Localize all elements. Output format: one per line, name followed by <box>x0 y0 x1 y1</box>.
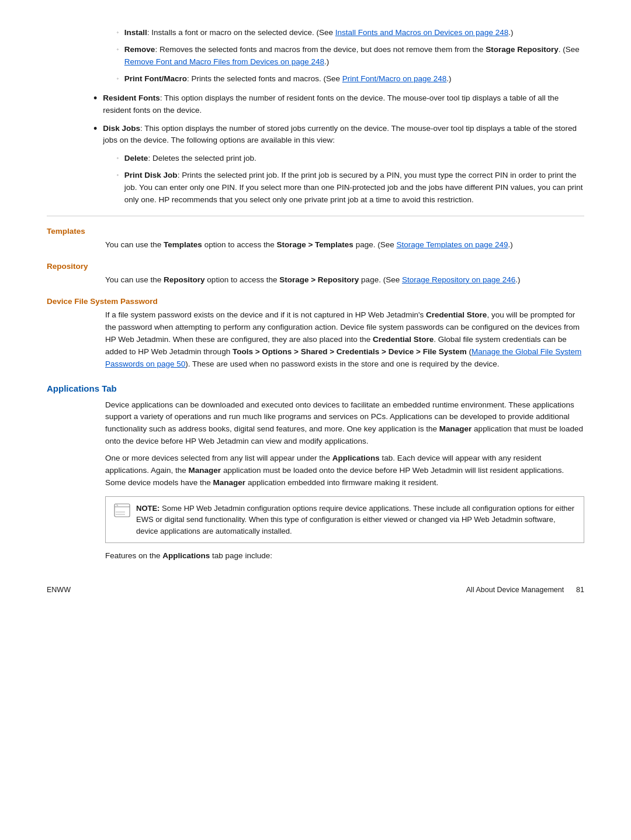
print-disk-job-text: Print Disk Job: Prints the selected prin… <box>124 170 584 206</box>
page-footer: ENWW All About Device Management 81 <box>47 586 584 594</box>
resident-fonts-text: Resident Fonts: This option displays the… <box>103 92 584 117</box>
install-remove-print-list: ◦ Install: Installs a font or macro on t… <box>47 27 584 85</box>
print-disk-job-bullet-symbol: ◦ <box>117 172 119 178</box>
applications-tab-section: Applications Tab Device applications can… <box>47 383 584 563</box>
remove-item: ◦ Remove: Removes the selected fonts and… <box>117 44 584 68</box>
applications-tab-content: Device applications can be downloaded an… <box>47 399 584 563</box>
remove-link[interactable]: Remove Font and Macro Files from Devices… <box>124 57 324 66</box>
delete-text: Delete: Deletes the selected print job. <box>124 153 256 165</box>
device-fs-header: Device File System Password <box>47 297 584 306</box>
note-box: ✎ ━━━━━━━━ ━━━━━━━━ NOTE: Some HP Web Je… <box>105 496 584 544</box>
footer-left: ENWW <box>47 586 71 594</box>
dot-bullet-symbol: • <box>93 91 97 106</box>
device-fs-section: Device File System Password If a file sy… <box>47 297 584 371</box>
print-font-link[interactable]: Print Font/Macro on page 248 <box>342 74 447 83</box>
templates-section: Templates You can use the Templates opti… <box>47 227 584 251</box>
install-label: Install <box>124 28 147 37</box>
dot-bullet-symbol-2: • <box>93 122 97 136</box>
repository-header: Repository <box>47 262 584 271</box>
note-body: Some HP Web Jetadmin configuration optio… <box>136 504 574 535</box>
print-font-item: ◦ Print Font/Macro: Prints the selected … <box>117 73 584 85</box>
applications-para1: Device applications can be downloaded an… <box>105 399 584 448</box>
templates-link[interactable]: Storage Templates on page 249 <box>396 240 508 249</box>
main-bullet-list: • Resident Fonts: This option displays t… <box>47 92 584 147</box>
sub-bullet-symbol-3: ◦ <box>117 76 119 81</box>
install-text: Install: Installs a font or macro on the… <box>124 27 514 39</box>
note-icon-svg: ✎ ━━━━━━━━ ━━━━━━━━ <box>114 503 130 517</box>
applications-tab-header: Applications Tab <box>47 383 584 393</box>
footer-right: All About Device Management 81 <box>466 586 584 594</box>
templates-para: You can use the Templates option to acce… <box>105 239 584 251</box>
applications-para3: Features on the Applications tab page in… <box>105 550 584 562</box>
templates-content: You can use the Templates option to acce… <box>47 239 584 251</box>
repository-para: You can use the Repository option to acc… <box>105 274 584 286</box>
templates-header: Templates <box>47 227 584 236</box>
remove-text: Remove: Removes the selected fonts and m… <box>124 44 584 68</box>
note-label: NOTE: <box>136 504 160 513</box>
print-disk-job-item: ◦ Print Disk Job: Prints the selected pr… <box>117 170 584 206</box>
delete-label: Delete <box>124 154 148 163</box>
note-icon: ✎ ━━━━━━━━ ━━━━━━━━ <box>114 503 130 519</box>
print-disk-job-label: Print Disk Job <box>124 171 178 179</box>
disk-jobs-text: Disk Jobs: This option displays the numb… <box>103 123 584 147</box>
svg-text:✎: ✎ <box>116 504 118 506</box>
repository-content: You can use the Repository option to acc… <box>47 274 584 286</box>
remove-label: Remove <box>124 45 155 54</box>
disk-jobs-label: Disk Jobs <box>103 124 140 133</box>
applications-para2: One or more devices selected from any li… <box>105 452 584 489</box>
install-link[interactable]: Install Fonts and Macros on Devices on p… <box>335 28 508 37</box>
resident-fonts-label: Resident Fonts <box>103 94 160 102</box>
disk-jobs-item: • Disk Jobs: This option displays the nu… <box>82 123 584 147</box>
print-font-text: Print Font/Macro: Prints the selected fo… <box>124 73 452 85</box>
svg-text:━━━━━━━━: ━━━━━━━━ <box>115 513 125 516</box>
page-content: ◦ Install: Installs a font or macro on t… <box>0 0 631 629</box>
resident-fonts-item: • Resident Fonts: This option displays t… <box>82 92 584 117</box>
repository-link[interactable]: Storage Repository on page 246 <box>402 275 515 284</box>
repository-section: Repository You can use the Repository op… <box>47 262 584 286</box>
note-text-content: NOTE: Some HP Web Jetadmin configuration… <box>136 503 575 537</box>
print-font-label: Print Font/Macro <box>124 74 187 83</box>
device-fs-content: If a file system password exists on the … <box>47 309 584 371</box>
sub-bullet-symbol: ◦ <box>117 30 119 35</box>
divider-1 <box>47 216 584 216</box>
delete-item: ◦ Delete: Deletes the selected print job… <box>117 153 584 165</box>
sub-bullet-symbol-2: ◦ <box>117 47 119 52</box>
install-item: ◦ Install: Installs a font or macro on t… <box>117 27 584 39</box>
delete-bullet-symbol: ◦ <box>117 155 119 161</box>
device-fs-para: If a file system password exists on the … <box>105 309 584 371</box>
disk-jobs-sub-list: ◦ Delete: Deletes the selected print job… <box>47 153 584 206</box>
